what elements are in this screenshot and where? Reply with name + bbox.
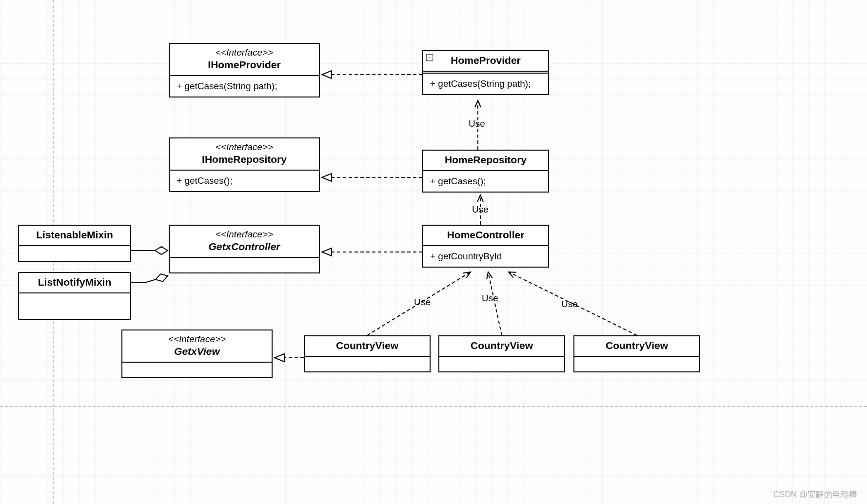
class-member: + getCountryById <box>423 246 548 267</box>
class-member-empty <box>122 363 272 377</box>
class-name: HomeRepository <box>427 154 544 166</box>
class-member: + getCases(); <box>423 171 548 192</box>
label-use-view2: Use <box>482 293 498 304</box>
class-homecontroller[interactable]: HomeController + getCountryById <box>422 225 549 268</box>
class-member-empty <box>305 357 430 371</box>
class-name: GetxView <box>126 345 268 358</box>
class-countryview-1[interactable]: CountryView <box>304 335 431 372</box>
label-use-view3: Use <box>561 299 578 310</box>
class-name: CountryView <box>309 339 426 352</box>
class-member-empty <box>170 258 319 272</box>
stereotype: <<Interface>> <box>174 141 315 153</box>
stereotype: <<Interface>> <box>126 333 268 345</box>
class-member-empty <box>439 357 564 371</box>
watermark: CSDN @安静的电动棒 <box>773 489 857 500</box>
class-name: IHomeRepository <box>174 153 315 166</box>
label-use-repo: Use <box>472 204 489 215</box>
class-name: ListNotifyMixin <box>23 276 126 289</box>
class-homeprovider[interactable]: − HomeProvider + getCases(String path); <box>422 50 549 95</box>
class-getxview[interactable]: <<Interface>> GetxView <box>121 330 273 378</box>
diagram-canvas: <<Interface>> IHomeProvider + getCases(S… <box>0 0 867 504</box>
class-member-empty <box>19 246 130 261</box>
class-name: HomeController <box>427 229 544 241</box>
collapse-icon[interactable]: − <box>426 54 433 61</box>
class-listenablemixin[interactable]: ListenableMixin <box>18 225 131 262</box>
class-name: CountryView <box>578 339 695 352</box>
class-member: + getCases(); <box>170 171 319 191</box>
class-name: ListenableMixin <box>23 229 126 241</box>
class-name: IHomeProvider <box>174 58 315 71</box>
class-getxcontroller[interactable]: <<Interface>> GetxController <box>169 225 320 273</box>
class-name: CountryView <box>443 339 560 352</box>
class-member: + getCases(String path); <box>170 76 319 97</box>
class-homerepository[interactable]: HomeRepository + getCases(); <box>422 150 549 193</box>
class-member-empty <box>19 293 130 319</box>
class-member-empty <box>574 357 699 371</box>
stereotype: <<Interface>> <box>174 229 315 240</box>
class-countryview-3[interactable]: CountryView <box>573 335 700 372</box>
class-member: + getCases(String path); <box>423 74 548 94</box>
class-ihomerepository[interactable]: <<Interface>> IHomeRepository + getCases… <box>169 137 320 192</box>
label-use-provider: Use <box>469 118 485 129</box>
class-countryview-2[interactable]: CountryView <box>438 335 565 372</box>
stereotype: <<Interface>> <box>174 47 315 58</box>
label-use-view1: Use <box>414 297 431 308</box>
class-name: HomeProvider <box>427 54 544 67</box>
class-ihomeprovider[interactable]: <<Interface>> IHomeProvider + getCases(S… <box>169 43 320 97</box>
class-name: GetxController <box>174 240 315 253</box>
class-listnotifymixin[interactable]: ListNotifyMixin <box>18 272 131 320</box>
